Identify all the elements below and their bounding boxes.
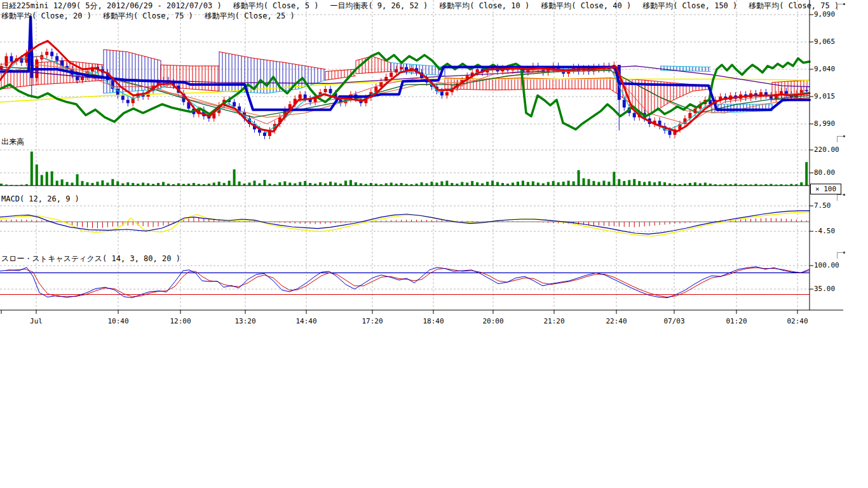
stoch-k-line (0, 267, 810, 298)
macd-panel-grip-icon[interactable] (837, 194, 844, 201)
volume-series (0, 152, 808, 186)
volume-panel-label: 出来高 (1, 137, 24, 147)
indicator-label: 移動平均( Close, 40 ) (541, 1, 631, 10)
time-axis-label: 12:00 (160, 317, 201, 325)
price-axis-label: 9,015 (814, 93, 835, 100)
charting-app-window: 日経225mini 12/09( 5分, 2012/06/29 - 2012/0… (0, 0, 868, 488)
chart-canvas[interactable]: 日経225mini 12/09( 5分, 2012/06/29 - 2012/0… (0, 0, 868, 334)
stoch-d-line (6, 268, 810, 297)
instrument-title: 日経225mini 12/09( 5分, 2012/06/29 - 2012/0… (1, 1, 222, 10)
price-axis-label: 9,090 (814, 11, 835, 18)
ma10-cyan (0, 56, 810, 132)
macd-panel-label: MACD( 12, 26, 9 ) (1, 194, 79, 203)
time-axis-label: 02:40 (777, 317, 818, 325)
indicator-label: 移動平均( Close, 25 ) (205, 11, 295, 20)
price-axis-label: 9,065 (814, 38, 835, 46)
indicator-label: 移動平均( Close, 10 ) (439, 1, 529, 10)
macd-signal-line (0, 212, 810, 236)
price-axis-label: 8,990 (814, 120, 835, 128)
time-axis-label: 20:00 (473, 317, 513, 325)
cloud-lower-border (161, 87, 219, 92)
cloud-lower-border (661, 71, 710, 72)
stoch-axis-label: 100.00 (814, 262, 839, 269)
time-axis-label: 07/03 (654, 317, 695, 325)
indicator-label: 移動平均( Close, 20 ) (1, 11, 92, 20)
time-axis-label: 01:20 (716, 317, 757, 325)
stoch-panel-grip-icon[interactable] (837, 252, 844, 259)
time-axis-label: 13:20 (225, 317, 266, 325)
cloud-upper-border (161, 65, 219, 66)
time-axis-label: 14:40 (286, 317, 327, 325)
volume-multiplier-badge: × 100 (810, 184, 841, 194)
indicator-label: 移動平均( Close, 5 ) (233, 1, 319, 10)
price-panel-grip-icon[interactable] (837, 4, 844, 10)
cloud-upper-border (325, 69, 356, 71)
time-axis-label: 18:40 (413, 317, 454, 325)
time-axis-label: 10:40 (98, 317, 139, 325)
price-axis-label: 9,040 (814, 65, 835, 73)
indicator-header-row1: 日経225mini 12/09( 5分, 2012/06/29 - 2012/0… (1, 1, 850, 11)
indicator-header-row2: 移動平均( Close, 20 )移動平均( Close, 75 )移動平均( … (1, 11, 306, 22)
time-axis-label: 17:20 (352, 317, 393, 325)
cloud-lower-border (356, 71, 391, 73)
volume-axis-label: 80.00 (814, 169, 835, 177)
indicator-label: 移動平均( Close, 150 ) (642, 1, 737, 10)
chart-plot-area (0, 0, 868, 334)
stoch-axis-label: 35.00 (814, 285, 835, 293)
indicator-label: 一目均衡表( 9, 26, 52 ) (330, 1, 428, 10)
macd-axis-label: -4.50 (814, 227, 835, 235)
cloud-upper-border (661, 66, 710, 67)
time-axis-label: Jul (16, 317, 57, 325)
stochastics-panel-label: スロー・ストキャスティクス( 14, 3, 80, 20 ) (1, 254, 180, 264)
volume-panel-grip-icon[interactable] (837, 136, 844, 142)
indicator-label: 移動平均( Close, 75 ) (103, 11, 193, 20)
volume-axis-label: 220.00 (814, 146, 839, 154)
cloud-lower-border (325, 76, 356, 80)
time-axis-label: 22:40 (596, 317, 637, 325)
indicator-label: 移動平均( Close, 75 ) (749, 1, 839, 10)
macd-line (0, 211, 810, 234)
time-axis-label: 21:20 (534, 317, 574, 325)
cloud-lower-border (445, 89, 610, 90)
ma75-green (0, 53, 810, 129)
macd-axis-label: 7.50 (814, 202, 831, 210)
